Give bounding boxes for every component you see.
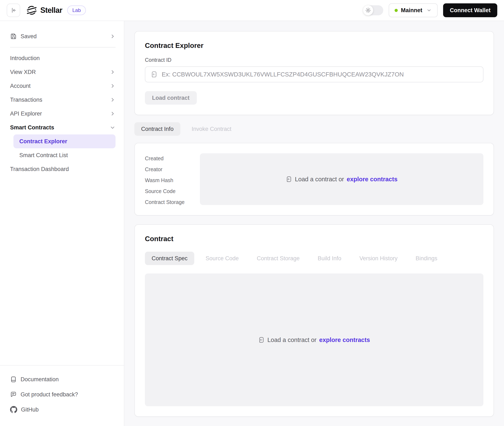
sidebar-item-introduction[interactable]: Introduction: [10, 51, 115, 65]
connect-wallet-button[interactable]: Connect Wallet: [443, 3, 497, 17]
contract-card: Contract Contract Spec Source Code Contr…: [134, 224, 494, 417]
contract-info-card: CreatedCreatorWasm HashSource CodeContra…: [134, 143, 494, 215]
contract-id-input[interactable]: [162, 71, 477, 78]
contract-info-labels: CreatedCreatorWasm HashSource CodeContra…: [145, 153, 200, 205]
explore-contracts-link[interactable]: explore contracts: [347, 176, 398, 183]
contract-id-label: Contract ID: [145, 57, 483, 63]
collapse-sidebar-icon: [10, 7, 17, 14]
contract-info-placeholder-box: Load a contract or explore contracts: [200, 153, 483, 205]
sidebar-item-api-explorer[interactable]: API Explorer: [10, 107, 115, 121]
sidebar-item-smart-contracts[interactable]: Smart Contracts: [10, 121, 115, 135]
sidebar-item-transaction-dashboard[interactable]: Transaction Dashboard: [10, 162, 115, 176]
feedback-icon: [10, 391, 17, 398]
sidebar-footer: Documentation Got product feedback? GitH…: [0, 365, 124, 426]
stellar-logo-icon: [27, 5, 37, 15]
sidebar-item-account[interactable]: Account: [10, 79, 115, 93]
lab-badge: Lab: [67, 6, 86, 15]
contract-icon: [151, 71, 157, 78]
contract-id-field: [145, 66, 483, 82]
network-status-dot: [395, 9, 398, 12]
theme-toggle[interactable]: [363, 5, 383, 15]
tab-contract-info[interactable]: Contract Info: [134, 122, 180, 136]
placeholder-text: Load a contract or: [295, 176, 344, 183]
tab-source-code[interactable]: Source Code: [199, 252, 245, 265]
brand-name: Stellar: [40, 6, 62, 15]
sidebar-footer-link-documentation[interactable]: Documentation: [10, 375, 114, 384]
sidebar-divider: [10, 47, 115, 48]
sidebar-nav: Saved Introduction View XDR: [0, 21, 124, 365]
load-contract-button[interactable]: Load contract: [145, 91, 197, 105]
sidebar-footer-link-github[interactable]: GitHub: [10, 405, 114, 414]
sidebar-items: Introduction View XDR Account: [10, 51, 115, 135]
network-label: Mainnet: [401, 7, 422, 14]
contract-spec-placeholder-box: Load a contract or explore contracts: [145, 274, 483, 406]
sidebar-subitem-smart-contract-list[interactable]: Smart Contract List: [14, 148, 115, 162]
contract-icon: [258, 337, 265, 343]
sidebar-footer-link-feedback[interactable]: Got product feedback?: [10, 390, 114, 399]
contract-explorer-card: Contract Explorer Contract ID Load contr…: [134, 31, 494, 115]
tab-version-history[interactable]: Version History: [353, 252, 404, 265]
contract-card-title: Contract: [145, 235, 483, 243]
chevron-right-icon: [110, 111, 115, 117]
tab-invoke-contract[interactable]: Invoke Contract: [185, 122, 238, 136]
tab-bindings[interactable]: Bindings: [409, 252, 444, 265]
sidebar-item-transactions[interactable]: Transactions: [10, 93, 115, 107]
contract-info-tabs: Contract Info Invoke Contract: [134, 122, 494, 136]
sun-icon: [365, 7, 371, 13]
info-label-source-code: Source Code: [145, 188, 200, 194]
collapse-sidebar-button[interactable]: [7, 4, 20, 17]
explore-contracts-link[interactable]: explore contracts: [319, 336, 370, 343]
sidebar-subitems: Contract Explorer Smart Contract List: [10, 135, 115, 162]
chevron-right-icon: [110, 97, 115, 103]
info-label-wasm-hash: Wasm Hash: [145, 177, 200, 183]
sidebar-item-view-xdr[interactable]: View XDR: [10, 65, 115, 79]
info-label-creator: Creator: [145, 166, 200, 172]
main-content: Contract Explorer Contract ID Load contr…: [124, 21, 504, 426]
info-label-contract-storage: Contract Storage: [145, 199, 200, 205]
tab-contract-storage[interactable]: Contract Storage: [250, 252, 306, 265]
network-selector[interactable]: Mainnet: [389, 3, 438, 17]
info-label-created: Created: [145, 156, 200, 161]
placeholder-text: Load a contract or: [267, 336, 316, 343]
save-icon: [10, 33, 17, 40]
github-icon: [10, 406, 17, 413]
page-title: Contract Explorer: [145, 42, 483, 50]
app-header: Stellar Lab Mainnet Connect Wallet: [0, 0, 504, 21]
sidebar-item-saved[interactable]: Saved: [10, 29, 115, 43]
contract-card-tabs: Contract Spec Source Code Contract Stora…: [145, 252, 483, 265]
sidebar: Saved Introduction View XDR: [0, 21, 124, 426]
chevron-right-icon: [110, 83, 115, 89]
book-icon: [10, 376, 17, 383]
chevron-down-icon: [110, 125, 115, 130]
tab-contract-spec[interactable]: Contract Spec: [145, 252, 194, 265]
sidebar-subitem-contract-explorer[interactable]: Contract Explorer: [14, 135, 115, 148]
chevron-down-icon: [426, 7, 432, 13]
chevron-right-icon: [110, 69, 115, 75]
stellar-logo[interactable]: Stellar: [27, 5, 62, 15]
contract-icon: [286, 176, 292, 182]
tab-build-info[interactable]: Build Info: [311, 252, 348, 265]
chevron-right-icon: [110, 33, 115, 39]
sidebar-item-label: Saved: [21, 33, 37, 40]
